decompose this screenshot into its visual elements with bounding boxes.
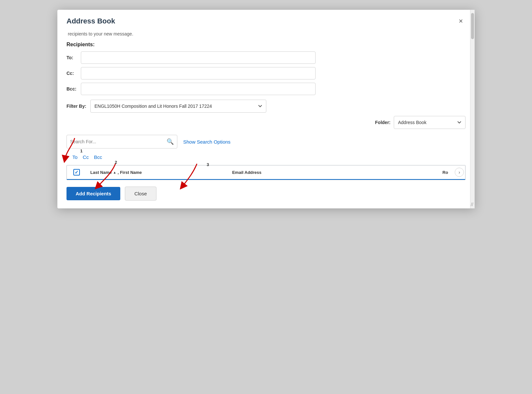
action-buttons-row: Add Recipients Close bbox=[66, 187, 466, 201]
modal-title: Address Book bbox=[66, 17, 115, 25]
add-recipients-button[interactable]: Add Recipients bbox=[66, 187, 120, 200]
filter-row: Filter By: ENGL1050H Composition and Lit… bbox=[66, 100, 466, 113]
to-link[interactable]: To bbox=[72, 154, 78, 160]
filter-select[interactable]: ENGL1050H Composition and Lit Honors Fal… bbox=[90, 100, 266, 113]
table-nav-cell: › bbox=[453, 168, 465, 177]
recipients-label: Recipients: bbox=[66, 42, 466, 48]
name-column-header[interactable]: Last Name ▲ , First Name bbox=[86, 170, 228, 175]
modal-body: recipients to your new message. Recipien… bbox=[57, 31, 475, 208]
to-label: To: bbox=[66, 55, 81, 60]
cc-label: Cc: bbox=[66, 71, 81, 76]
search-input[interactable] bbox=[70, 139, 167, 144]
search-box: 🔍 bbox=[66, 135, 177, 148]
show-search-options-link[interactable]: Show Search Options bbox=[183, 139, 230, 145]
folder-label: Folder: bbox=[375, 120, 391, 125]
to-input[interactable] bbox=[81, 51, 316, 64]
modal-close-button[interactable]: × bbox=[456, 16, 466, 26]
address-book-modal: Address Book × recipients to your new me… bbox=[57, 10, 475, 208]
search-icon: 🔍 bbox=[167, 138, 174, 145]
cc-row: Cc: bbox=[66, 67, 466, 79]
table-header: Last Name ▲ , First Name Email Address R… bbox=[67, 165, 465, 180]
recipient-type-row: To Cc Bcc bbox=[70, 154, 466, 160]
cc-input[interactable] bbox=[81, 67, 316, 79]
modal-header: Address Book × bbox=[57, 10, 475, 31]
scrollbar[interactable] bbox=[470, 10, 475, 208]
cc-link[interactable]: Cc bbox=[83, 154, 89, 160]
role-column-header: Ro bbox=[437, 170, 453, 175]
contacts-table: Last Name ▲ , First Name Email Address R… bbox=[66, 165, 466, 180]
search-row: 🔍 Show Search Options bbox=[66, 135, 466, 148]
resize-handle[interactable]: // bbox=[471, 202, 473, 207]
sort-arrow-icon: ▲ bbox=[113, 171, 116, 174]
annotation-number-1: 1 bbox=[80, 148, 82, 153]
filter-label: Filter By: bbox=[66, 104, 86, 109]
folder-select[interactable]: Address Book bbox=[394, 116, 466, 129]
scrollbar-thumb[interactable] bbox=[471, 13, 474, 39]
to-row: To: bbox=[66, 51, 466, 64]
bcc-label: Bcc: bbox=[66, 86, 81, 91]
folder-row: Folder: Address Book bbox=[66, 116, 466, 129]
table-next-button[interactable]: › bbox=[455, 168, 464, 177]
annotation-number-2: 2 bbox=[115, 160, 117, 165]
bcc-input[interactable] bbox=[81, 83, 316, 95]
select-all-checkbox[interactable] bbox=[73, 169, 80, 176]
scroll-hint-text: recipients to your new message. bbox=[66, 31, 466, 36]
bcc-link[interactable]: Bcc bbox=[94, 154, 102, 160]
select-all-checkbox-cell[interactable] bbox=[67, 169, 86, 176]
action-area: 2 3 Add Recipients Close bbox=[66, 187, 466, 201]
email-column-header: Email Address bbox=[228, 170, 437, 175]
close-button[interactable]: Close bbox=[125, 187, 156, 201]
bcc-row: Bcc: bbox=[66, 83, 466, 95]
annotation-number-3: 3 bbox=[207, 162, 209, 167]
